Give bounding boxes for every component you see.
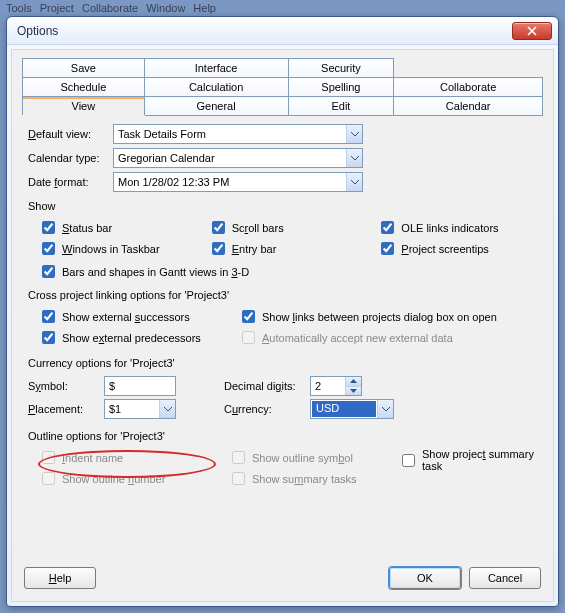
project-screentips-checkbox[interactable]: Project screentips bbox=[377, 239, 537, 258]
close-button[interactable] bbox=[512, 22, 552, 40]
symbol-input[interactable] bbox=[104, 376, 176, 396]
outline-group-label: Outline options for 'Project3' bbox=[28, 430, 537, 442]
chevron-down-icon bbox=[346, 149, 362, 167]
outline-symbol-checkbox: Show outline symbol bbox=[228, 448, 388, 467]
chevron-down-icon bbox=[346, 173, 362, 191]
date-format-label: Date format: bbox=[28, 176, 113, 188]
decimal-digits-spinner[interactable] bbox=[310, 376, 362, 396]
tab-save[interactable]: Save bbox=[23, 59, 145, 78]
tab-edit[interactable]: Edit bbox=[288, 97, 394, 116]
date-format-select[interactable]: Mon 1/28/02 12:33 PM bbox=[113, 172, 363, 192]
chevron-down-icon bbox=[159, 400, 175, 418]
scroll-bars-checkbox[interactable]: Scroll bars bbox=[208, 218, 368, 237]
window-title: Options bbox=[13, 24, 58, 38]
cancel-button[interactable]: Cancel bbox=[469, 567, 541, 589]
project-summary-checkbox[interactable]: Show project summary task bbox=[398, 448, 537, 472]
ext-predecessors-checkbox[interactable]: Show external predecessors bbox=[38, 328, 228, 347]
tab-collaborate[interactable]: Collaborate bbox=[394, 78, 543, 97]
tab-interface[interactable]: Interface bbox=[144, 59, 288, 78]
titlebar[interactable]: Options bbox=[7, 17, 558, 45]
indent-name-checkbox: Indent name bbox=[38, 448, 218, 467]
default-view-label: Default view: bbox=[28, 128, 113, 140]
default-view-select[interactable]: Task Details Form bbox=[113, 124, 363, 144]
chevron-down-icon bbox=[346, 125, 362, 143]
cross-group-label: Cross project linking options for 'Proje… bbox=[28, 289, 537, 301]
gantt-3d-checkbox[interactable]: Bars and shapes in Gantt views in 3-D bbox=[38, 262, 537, 281]
tab-calculation[interactable]: Calculation bbox=[144, 78, 288, 97]
tab-view[interactable]: View bbox=[23, 97, 145, 116]
decimal-digits-label: Decimal digits: bbox=[224, 380, 304, 392]
placement-select[interactable]: $1 bbox=[104, 399, 176, 419]
ext-successors-checkbox[interactable]: Show external successors bbox=[38, 307, 228, 326]
currency-group-label: Currency options for 'Project3' bbox=[28, 357, 537, 369]
options-dialog: Options Save Interface Security Schedule… bbox=[6, 16, 559, 607]
spin-up-icon[interactable] bbox=[345, 377, 361, 387]
tab-security[interactable]: Security bbox=[288, 59, 394, 78]
summary-tasks-checkbox: Show summary tasks bbox=[228, 469, 388, 488]
entry-bar-checkbox[interactable]: Entry bar bbox=[208, 239, 368, 258]
symbol-label: Symbol: bbox=[28, 380, 98, 392]
currency-label: Currency: bbox=[224, 403, 304, 415]
chevron-down-icon bbox=[377, 400, 393, 418]
tab-calendar[interactable]: Calendar bbox=[394, 97, 543, 116]
spin-down-icon[interactable] bbox=[345, 387, 361, 396]
tab-schedule[interactable]: Schedule bbox=[23, 78, 145, 97]
ole-links-checkbox[interactable]: OLE links indicators bbox=[377, 218, 537, 237]
help-button[interactable]: Help bbox=[24, 567, 96, 589]
tab-spelling[interactable]: Spelling bbox=[288, 78, 394, 97]
status-bar-checkbox[interactable]: Status bar bbox=[38, 218, 198, 237]
tab-empty bbox=[394, 59, 543, 78]
calendar-type-label: Calendar type: bbox=[28, 152, 113, 164]
placement-label: Placement: bbox=[28, 403, 98, 415]
tab-strip: Save Interface Security Schedule Calcula… bbox=[22, 58, 543, 116]
tab-general[interactable]: General bbox=[144, 97, 288, 116]
outline-number-checkbox: Show outline number bbox=[38, 469, 218, 488]
auto-accept-checkbox: Automatically accept new external data bbox=[238, 328, 537, 347]
ok-button[interactable]: OK bbox=[389, 567, 461, 589]
windows-taskbar-checkbox[interactable]: Windows in Taskbar bbox=[38, 239, 198, 258]
parent-menubar: ToolsProject CollaborateWindow Help bbox=[0, 0, 565, 16]
currency-select[interactable]: USD bbox=[310, 399, 394, 419]
show-group-label: Show bbox=[28, 200, 537, 212]
show-links-dialog-checkbox[interactable]: Show links between projects dialog box o… bbox=[238, 307, 537, 326]
close-icon bbox=[527, 26, 537, 36]
calendar-type-select[interactable]: Gregorian Calendar bbox=[113, 148, 363, 168]
